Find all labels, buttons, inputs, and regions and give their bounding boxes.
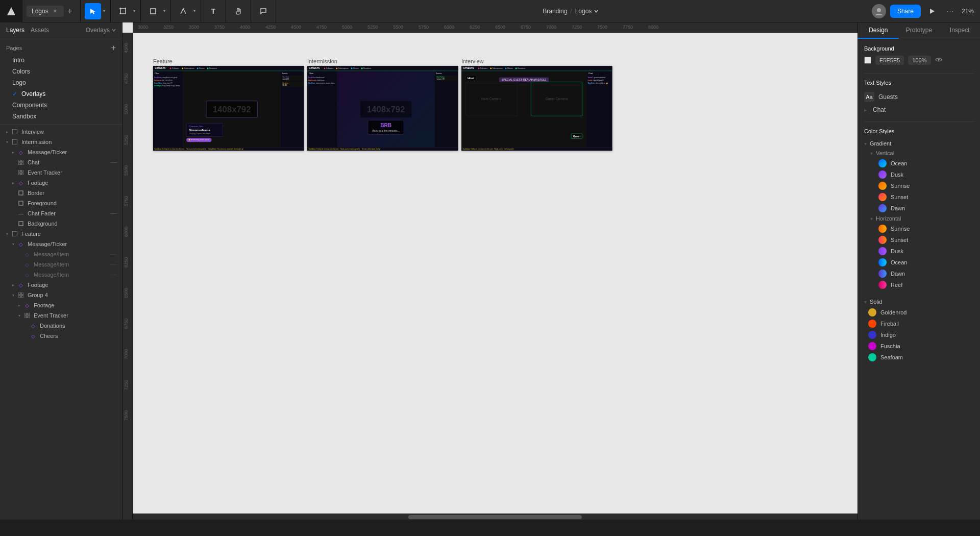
page-item-overlays[interactable]: ✓ Overlays — [0, 88, 122, 100]
page-item-logo[interactable]: Logo — [0, 77, 122, 88]
vertical-header[interactable]: ▾ Vertical — [870, 149, 974, 158]
sunrise-h-swatch — [878, 225, 887, 233]
background-opacity-value[interactable]: 100% — [908, 56, 930, 65]
color-ocean-v[interactable]: Ocean — [870, 158, 974, 169]
layer-message-item-2[interactable]: ◇ Message/Item — — [0, 259, 122, 270]
page-name-dropdown[interactable]: Logos — [575, 8, 599, 15]
frame-tool-chevron[interactable]: ▾ — [132, 9, 136, 13]
shape-tool-chevron[interactable]: ▾ — [162, 9, 166, 13]
text-tool-button[interactable]: T — [205, 3, 222, 19]
diamond-icon-mi1: ◇ — [23, 251, 31, 258]
prototype-tab[interactable]: Prototype — [899, 22, 940, 39]
layer-message-ticker-1[interactable]: ▸ ◇ Message/Ticker — [0, 147, 122, 157]
horizontal-header[interactable]: ▾ Horizontal — [870, 214, 974, 223]
layer-section-feature[interactable]: ▾ Feature — [0, 229, 122, 239]
design-tab[interactable]: Design — [858, 22, 899, 39]
text-style-guests[interactable]: Aa Guests — [864, 90, 974, 104]
move-tool-chevron[interactable]: ▾ — [102, 9, 106, 13]
overflow-menu[interactable]: ··· — [943, 4, 958, 18]
move-tool-button[interactable] — [85, 3, 101, 19]
page-item-intro[interactable]: Intro — [0, 55, 122, 66]
solid-header[interactable]: ▾ Solid — [864, 297, 974, 307]
color-sunset-v[interactable]: Sunset — [870, 191, 974, 203]
inspect-tab[interactable]: Inspect — [939, 22, 980, 39]
chat1-chevron — [10, 159, 16, 165]
color-reef-h[interactable]: Reef — [870, 279, 974, 290]
layer-group-4[interactable]: ▾ Group 4 — [0, 290, 122, 300]
color-goldenrod[interactable]: Goldenrod — [864, 307, 974, 318]
color-sunrise-h[interactable]: Sunrise — [870, 223, 974, 234]
layer-chat-fader-1[interactable]: — Chat Fader — — [0, 208, 122, 218]
color-ocean-h[interactable]: Ocean — [870, 257, 974, 268]
color-dawn-v[interactable]: Dawn — [870, 203, 974, 214]
svg-rect-21 — [19, 222, 23, 226]
layer-section-intermission[interactable]: ▾ Intermission — [0, 137, 122, 147]
color-sunset-h[interactable]: Sunset — [870, 234, 974, 246]
tab-close-button[interactable]: × — [52, 8, 59, 15]
horizontal-scrollbar[interactable] — [133, 514, 857, 520]
add-page-button[interactable]: + — [111, 43, 116, 53]
canvas-viewport[interactable]: Feature GYNESYS Followers Subscriptions … — [133, 33, 857, 520]
new-tab-button[interactable]: + — [64, 5, 76, 17]
background-color-value[interactable]: E5E5E5 — [875, 56, 904, 65]
assets-tab[interactable]: Assets — [31, 27, 49, 34]
layer-chat-1[interactable]: Chat — — [0, 157, 122, 167]
layer-event-tracker-2[interactable]: ▾ Event Tracker — [0, 310, 122, 321]
hand-tool-button[interactable] — [230, 3, 247, 19]
color-indigo[interactable]: Indigo — [864, 329, 974, 340]
background-color-swatch[interactable] — [864, 57, 871, 64]
shape-tool-button[interactable] — [145, 3, 161, 19]
layer-message-ticker-2[interactable]: ▾ ◇ Message/Ticker — [0, 239, 122, 249]
g4-chevron: ▾ — [10, 292, 16, 298]
footage1-chevron: ▸ — [10, 180, 16, 186]
color-dusk-v[interactable]: Dusk — [870, 169, 974, 180]
layer-footage-2[interactable]: ▸ ◇ Footage — [0, 280, 122, 290]
layer-section-interview[interactable]: ▸ Interview — [0, 127, 122, 137]
footage-2-label: Footage — [28, 282, 118, 288]
frame-tool-button[interactable] — [115, 3, 131, 19]
color-sunrise-v[interactable]: Sunrise — [870, 180, 974, 191]
zoom-level[interactable]: 21% — [962, 8, 974, 15]
gradient-header[interactable]: ▾ Gradient — [864, 138, 974, 149]
share-button[interactable]: Share — [890, 5, 921, 18]
pen-tool-chevron[interactable]: ▾ — [192, 9, 197, 13]
comment-tool-button[interactable] — [255, 3, 272, 19]
message-ticker-1-label: Message/Ticker — [28, 149, 118, 155]
page-item-sandbox[interactable]: Sandbox — [0, 111, 122, 122]
page-item-components[interactable]: Components — [0, 100, 122, 111]
layer-message-item-3[interactable]: ◇ Message/Item — — [0, 270, 122, 280]
fireball-swatch — [868, 320, 876, 328]
active-tab[interactable]: Logos × — [27, 6, 64, 17]
layer-footage-3[interactable]: ▸ ◇ Footage — [0, 300, 122, 310]
layers-tab[interactable]: Layers — [6, 27, 24, 34]
gradient-label: Gradient — [870, 140, 891, 147]
color-seafoam[interactable]: Seafoam — [864, 352, 974, 363]
layer-message-item-1[interactable]: ◇ Message/Item — — [0, 249, 122, 259]
color-dusk-h[interactable]: Dusk — [870, 246, 974, 257]
text-style-chat[interactable]: ▸ Chat — [864, 104, 974, 115]
interview-frame-container: Interview GYNESYS Followers Subscription… — [461, 58, 612, 151]
pen-tool-button[interactable] — [175, 3, 191, 19]
play-button[interactable] — [925, 4, 939, 18]
layer-event-tracker-1[interactable]: Event Tracker — [0, 167, 122, 178]
canvas-area[interactable]: 3000 3250 3500 3750 4000 4250 4500 4750 … — [122, 22, 857, 520]
page-item-colors[interactable]: Colors — [0, 66, 122, 77]
breadcrumb-project[interactable]: Branding — [543, 8, 567, 15]
goldenrod-swatch — [868, 308, 876, 316]
svg-rect-10 — [12, 139, 17, 144]
user-avatar[interactable] — [872, 4, 886, 18]
color-fuschia[interactable]: Fuschia — [864, 340, 974, 352]
color-dawn-h[interactable]: Dawn — [870, 268, 974, 279]
layer-background-1[interactable]: Background — [0, 218, 122, 229]
layer-footage-1[interactable]: ▸ ◇ Footage — [0, 178, 122, 188]
layer-foreground-1[interactable]: Foreground — [0, 198, 122, 208]
color-fireball[interactable]: Fireball — [864, 318, 974, 329]
overlays-dropdown[interactable]: Overlays — [86, 27, 116, 34]
layer-cheers[interactable]: ◇ Cheers — [0, 331, 122, 341]
layer-border-1[interactable]: Border — [0, 188, 122, 198]
donations-chevron — [22, 323, 29, 329]
background-visibility-toggle[interactable] — [935, 56, 942, 65]
right-panel-content: Background E5E5E5 100% Text Styles Aa — [858, 39, 980, 520]
layer-donations[interactable]: ◇ Donations — [0, 321, 122, 331]
svg-rect-16 — [21, 170, 23, 172]
